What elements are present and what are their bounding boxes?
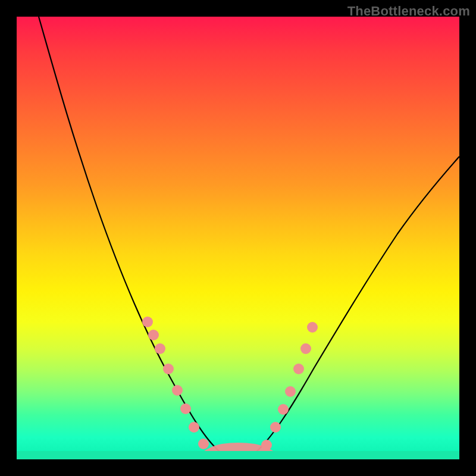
curve-layer [17,17,459,459]
svg-point-12 [293,364,304,374]
svg-point-14 [307,322,318,333]
svg-point-3 [163,364,174,374]
plot-area [17,17,459,459]
bottleneck-curve [39,17,459,458]
watermark-text: TheBottleneck.com [347,4,470,19]
bottom-green-strip [17,451,459,459]
svg-point-5 [180,403,191,414]
svg-point-6 [189,422,199,433]
svg-point-2 [155,343,165,354]
svg-point-4 [172,385,183,396]
right-dots [261,322,318,450]
svg-point-8 [261,440,272,450]
svg-point-0 [142,317,153,327]
svg-point-13 [300,343,311,354]
svg-point-10 [278,404,289,415]
svg-point-7 [198,439,209,449]
left-dots [142,317,209,449]
svg-point-11 [285,386,296,397]
svg-point-9 [270,422,281,433]
chart-frame: TheBottleneck.com [0,0,476,476]
svg-point-1 [148,330,159,340]
